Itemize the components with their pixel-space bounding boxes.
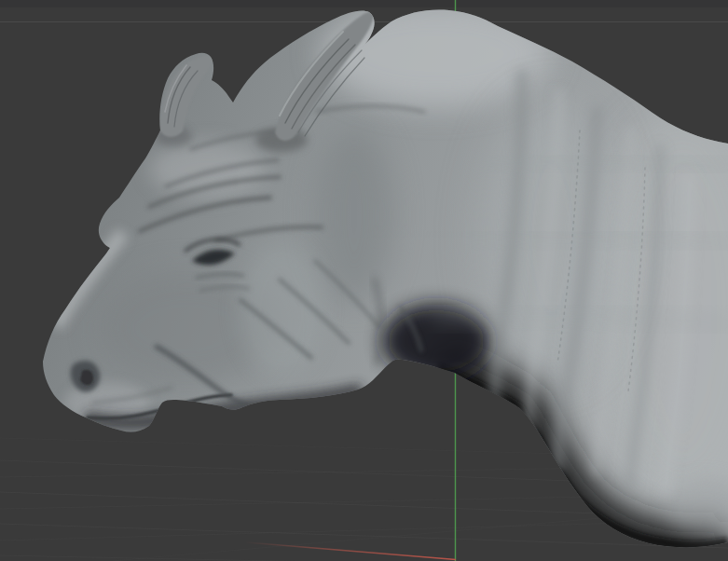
top-strip xyxy=(0,0,728,7)
viewport[interactable] xyxy=(0,0,728,561)
sculpt-canvas[interactable] xyxy=(0,0,728,561)
head-neck-shade xyxy=(315,126,393,303)
